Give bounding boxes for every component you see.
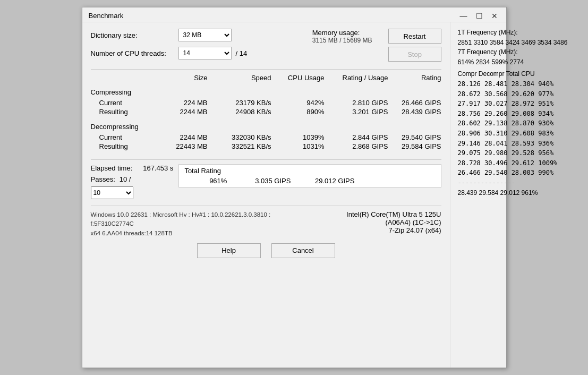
col-header-rating: Rating <box>388 74 441 82</box>
total-rating-gips2: 29.012 GIPS <box>291 177 354 185</box>
action-buttons: Restart Stop <box>388 29 441 62</box>
memory-usage-value: 3115 MB / 15689 MB <box>312 37 372 44</box>
decompress-current-rating-usage: 2.844 GIPS <box>325 133 388 141</box>
total-rating-gips1: 3.035 GIPS <box>227 177 291 185</box>
passes-select[interactable]: 10 1 5 <box>91 186 133 199</box>
memory-block: Memory usage: 3115 MB / 15689 MB <box>312 29 372 44</box>
compress-current-label: Current <box>91 99 155 107</box>
main-content: Dictionary size: 32 MB 64 MB 128 MB Numb… <box>82 22 506 368</box>
compress-current-speed: 23179 KB/s <box>208 99 271 107</box>
freq-7t-values: 614% 2834 599% 2774 <box>458 57 568 67</box>
right-table-row: 26.466 29.540 28.003 990% <box>458 168 568 178</box>
right-table-header: Compr Decompr Total CPU <box>458 69 568 79</box>
right-table-row: 29.075 29.980 29.528 956% <box>458 148 568 158</box>
freq-7t-label: 7T Frequency (MHz): <box>458 47 568 57</box>
col-header-name <box>91 74 155 82</box>
decompress-current-label: Current <box>91 133 155 141</box>
right-table-row: 28.602 29.138 28.870 930% <box>458 118 568 129</box>
elapsed-passes-block: Elapsed time: 167.453 s Passes: 10 / 10 … <box>91 164 174 199</box>
left-panel: Dictionary size: 32 MB 64 MB 128 MB Numb… <box>82 22 450 368</box>
elapsed-label: Elapsed time: <box>91 164 133 172</box>
dictionary-size-label: Dictionary size: <box>91 31 178 39</box>
compress-resulting-size: 2244 MB <box>155 108 208 116</box>
decompress-resulting-rating: 29.584 GIPS <box>388 142 441 150</box>
decompress-resulting-label: Resulting <box>91 142 155 150</box>
right-table-row: 28.672 30.568 29.620 977% <box>458 89 568 99</box>
title-bar-controls: — ☐ ✕ <box>458 12 500 20</box>
col-header-size: Size <box>155 74 208 82</box>
decompress-resulting-rating-usage: 2.868 GIPS <box>325 142 388 150</box>
window-title: Benchmark <box>89 12 124 20</box>
cpu-threads-divisor: / 14 <box>236 49 248 57</box>
title-bar: Benchmark — ☐ ✕ <box>82 7 506 22</box>
compressing-title: Compressing <box>91 88 441 96</box>
decompress-current-row: Current 2244 MB 332030 KB/s 1039% 2.844 … <box>91 133 441 142</box>
total-rating-row: 961% 3.035 GIPS 29.012 GIPS <box>184 177 435 185</box>
cpu-threads-select[interactable]: 14 <box>178 47 232 59</box>
dictionary-size-row: Dictionary size: 32 MB 64 MB 128 MB <box>91 29 248 41</box>
decompress-resulting-size: 22443 MB <box>155 142 208 150</box>
compress-current-rating-usage: 2.810 GIPS <box>325 99 388 107</box>
decompress-current-cpu: 1039% <box>271 133 325 141</box>
compress-current-rating: 26.466 GIPS <box>388 99 441 107</box>
divider-2 <box>91 159 441 160</box>
right-table-row: 28.906 30.310 29.608 983% <box>458 129 568 139</box>
sys-info-line2: f:5F310C2774C <box>91 219 271 228</box>
compress-current-size: 224 MB <box>155 99 208 107</box>
passes-label: Passes: <box>91 175 115 183</box>
right-table-row: 28.728 30.496 29.612 1009% <box>458 158 568 168</box>
help-button[interactable]: Help <box>197 243 261 258</box>
table-header: Size Speed CPU Usage Rating / Usage Rati… <box>91 74 441 84</box>
divider-3 <box>91 206 441 206</box>
freq-1t-label: 1T Frequency (MHz): <box>458 28 568 38</box>
compress-resulting-rating: 28.439 GIPS <box>388 108 441 116</box>
total-rating-header: Total Rating <box>184 167 435 175</box>
compress-current-cpu: 942% <box>271 99 325 107</box>
total-rating-percent: 961% <box>184 177 227 185</box>
col-header-cpu: CPU Usage <box>271 74 325 82</box>
compress-current-row: Current 224 MB 23179 KB/s 942% 2.810 GIP… <box>91 98 441 107</box>
decompress-resulting-row: Resulting 22443 MB 332521 KB/s 1031% 2.8… <box>91 142 441 151</box>
freq-1t-values: 2851 3310 3584 3424 3469 3534 3486 <box>458 38 568 48</box>
decompress-resulting-cpu: 1031% <box>271 142 325 150</box>
col-header-rating-usage: Rating / Usage <box>325 74 388 82</box>
compress-resulting-row: Resulting 2244 MB 24908 KB/s 890% 3.201 … <box>91 107 441 116</box>
cpu-threads-row: Number of CPU threads: 14 / 14 <box>91 47 248 59</box>
compress-resulting-speed: 24908 KB/s <box>208 108 271 116</box>
compress-resulting-cpu: 890% <box>271 108 325 116</box>
right-table-row: 28.756 29.260 29.008 934% <box>458 109 568 119</box>
cpu-line2: (A06A4) (1C->1C) <box>346 218 441 226</box>
decompress-current-size: 2244 MB <box>155 133 208 141</box>
right-table-rows: 28.126 28.481 28.304 940%28.672 30.568 2… <box>458 79 568 178</box>
sys-info-line3: x64 6.AA04 threads:14 128TB <box>91 229 271 238</box>
sys-info: Windows 10.0 22631 : Microsoft Hv : Hv#1… <box>91 210 271 238</box>
right-table-row: 29.146 28.041 28.593 936% <box>458 139 568 149</box>
divider-1 <box>91 69 441 70</box>
decompress-current-speed: 332030 KB/s <box>208 133 271 141</box>
decompress-resulting-speed: 332521 KB/s <box>208 142 271 150</box>
compress-resulting-rating-usage: 3.201 GIPS <box>325 108 388 116</box>
stop-button[interactable]: Stop <box>388 47 441 62</box>
cpu-threads-label: Number of CPU threads: <box>91 49 178 57</box>
compress-resulting-label: Resulting <box>91 108 155 116</box>
restart-button[interactable]: Restart <box>388 29 441 44</box>
elapsed-value: 167.453 s <box>143 164 173 172</box>
right-table-row: 27.917 30.027 28.972 951% <box>458 99 568 109</box>
close-button[interactable]: ✕ <box>489 12 500 20</box>
decompress-current-rating: 29.540 GIPS <box>388 133 441 141</box>
benchmark-window: Benchmark — ☐ ✕ Dictionary size: 32 MB 6… <box>82 7 507 368</box>
dictionary-size-select[interactable]: 32 MB 64 MB 128 MB <box>178 29 232 41</box>
cancel-button[interactable]: Cancel <box>271 243 335 258</box>
minimize-button[interactable]: — <box>458 12 470 20</box>
memory-usage-label: Memory usage: <box>312 29 372 37</box>
passes-value: 10 / <box>120 175 131 183</box>
separator-line: --------------- <box>458 178 568 188</box>
decompressing-title: Decompressing <box>91 123 441 131</box>
maximize-button[interactable]: ☐ <box>474 12 485 20</box>
cpu-info: Intel(R) Core(TM) Ultra 5 125U (A06A4) (… <box>346 210 441 234</box>
right-table-row: 28.126 28.481 28.304 940% <box>458 79 568 89</box>
right-panel: 1T Frequency (MHz): 2851 3310 3584 3424 … <box>450 22 575 368</box>
bottom-buttons: Help Cancel <box>91 243 441 258</box>
sys-info-line1: Windows 10.0 22631 : Microsoft Hv : Hv#1… <box>91 210 271 219</box>
zip-version: 7-Zip 24.07 (x64) <box>346 226 441 234</box>
